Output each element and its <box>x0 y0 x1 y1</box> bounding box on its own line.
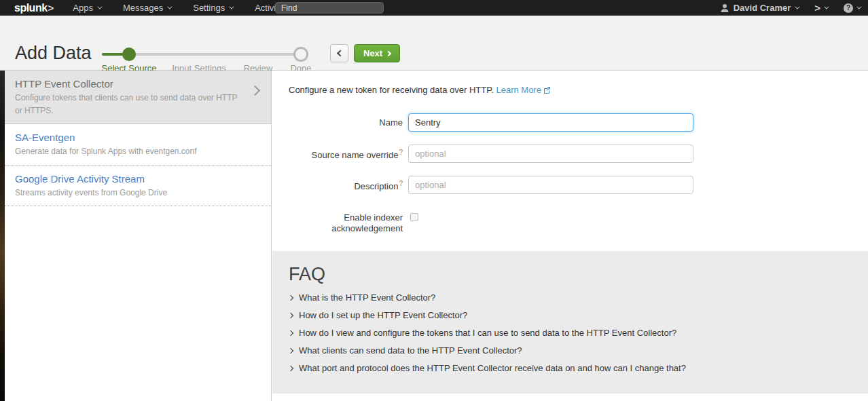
faq-title: FAQ <box>289 264 325 285</box>
name-label: Name <box>286 117 403 128</box>
sidebar-item-title: HTTP Event Collector <box>15 78 244 90</box>
topbar-right: David Cramer > ? <box>720 0 860 16</box>
description-label: Description? <box>286 180 403 193</box>
next-button-label: Next <box>363 48 382 58</box>
user-menu[interactable]: David Cramer <box>720 3 799 13</box>
splunk-logo-text: splunk <box>14 2 48 14</box>
help-menu[interactable]: ? <box>844 3 860 13</box>
faq-question: What is the HTTP Event Collector? <box>299 292 435 303</box>
sidebar-item-sa-eventgen[interactable]: SA-Eventgen Generate data for Splunk App… <box>5 124 271 166</box>
chevron-right-icon <box>250 85 261 96</box>
chevron-right-icon <box>288 347 293 353</box>
chevron-right-icon <box>288 312 293 318</box>
sidebar-item-description: Generate data for Splunk Apps with event… <box>15 145 244 158</box>
sidebar-item-title: Google Drive Activity Stream <box>15 173 244 185</box>
page-header: Add Data Select Source Input Settings Re… <box>0 16 868 71</box>
chevron-right-icon <box>288 330 293 335</box>
chevron-left-icon <box>337 50 344 57</box>
indexer-ack-checkbox[interactable] <box>410 213 418 221</box>
sidebar-item-description: Streams activity events from Google Driv… <box>15 187 244 199</box>
menu-settings-label: Settings <box>193 3 225 13</box>
learn-more-link[interactable]: Learn More <box>496 85 550 95</box>
next-button[interactable]: Next <box>354 44 400 62</box>
faq-question: What clients can send data to the HTTP E… <box>299 345 522 356</box>
chevron-down-icon <box>824 5 829 9</box>
menu-messages[interactable]: Messages <box>123 3 170 13</box>
intro-sentence: Configure a new token for receiving data… <box>289 85 494 95</box>
sidebar-item-title: SA-Eventgen <box>15 132 244 143</box>
faq-item[interactable]: What is the HTTP Event Collector? <box>289 292 435 303</box>
help-icon: ? <box>844 3 853 13</box>
top-nav-bar: splunk > Apps Messages Settings Activity… <box>0 0 868 16</box>
sidebar-item-google-drive-activity-stream[interactable]: Google Drive Activity Stream Streams act… <box>5 166 271 207</box>
source-list-sidebar: HTTP Event Collector Configure tokens th… <box>5 71 272 401</box>
menu-settings[interactable]: Settings <box>193 3 232 13</box>
splunk-mark-menu[interactable]: > <box>814 2 827 14</box>
faq-item[interactable]: How do I view and configure the tokens t… <box>289 328 676 338</box>
indexer-ack-label: Enable indexer acknowledgement <box>286 212 403 235</box>
find-search-input[interactable] <box>275 2 384 14</box>
source-override-label: Source name override? <box>286 149 403 161</box>
faq-question: How do I set up the HTTP Event Collector… <box>299 310 467 320</box>
faq-item[interactable]: What clients can send data to the HTTP E… <box>289 345 522 356</box>
chevron-down-icon <box>168 5 173 9</box>
chevron-right-icon <box>288 365 293 370</box>
faq-section: FAQ What is the HTTP Event Collector? Ho… <box>272 251 868 394</box>
chevron-down-icon <box>97 5 102 9</box>
chevron-right-icon <box>386 50 391 56</box>
external-link-icon <box>543 85 551 96</box>
faq-item[interactable]: What port and protocol does the HTTP Eve… <box>289 363 686 373</box>
intro-text: Configure a new token for receiving data… <box>289 85 551 96</box>
menu-apps[interactable]: Apps <box>73 3 101 13</box>
chevron-down-icon <box>795 5 800 9</box>
splunk-mark-icon: > <box>814 2 820 14</box>
user-name: David Cramer <box>734 3 791 13</box>
chevron-down-icon <box>230 5 234 9</box>
help-tooltip-icon[interactable]: ? <box>399 149 403 156</box>
sidebar-item-description: Configure tokens that clients can use to… <box>15 92 244 117</box>
step-dot-select-source <box>122 47 136 61</box>
sidebar-item-http-event-collector[interactable]: HTTP Event Collector Configure tokens th… <box>5 71 271 124</box>
description-input[interactable] <box>408 176 693 194</box>
name-input[interactable] <box>408 113 693 132</box>
splunk-logo-mark: > <box>48 2 54 14</box>
faq-item[interactable]: How do I set up the HTTP Event Collector… <box>289 310 467 320</box>
faq-question: How do I view and configure the tokens t… <box>299 328 676 338</box>
menu-apps-label: Apps <box>73 3 93 13</box>
back-button[interactable] <box>330 44 348 62</box>
chevron-right-icon <box>288 294 293 300</box>
learn-more-label: Learn More <box>496 85 541 95</box>
page-title: Add Data <box>15 43 92 64</box>
splunk-logo[interactable]: splunk > <box>14 2 54 14</box>
menu-messages-label: Messages <box>123 3 163 13</box>
faq-question: What port and protocol does the HTTP Eve… <box>299 363 686 373</box>
person-icon <box>720 3 729 13</box>
source-override-input[interactable] <box>408 145 693 163</box>
help-tooltip-icon[interactable]: ? <box>399 180 403 187</box>
nav-menus: Apps Messages Settings Activity <box>73 3 290 13</box>
step-dot-done <box>293 47 308 62</box>
background-image-strip <box>0 71 5 401</box>
chevron-down-icon <box>856 5 861 9</box>
